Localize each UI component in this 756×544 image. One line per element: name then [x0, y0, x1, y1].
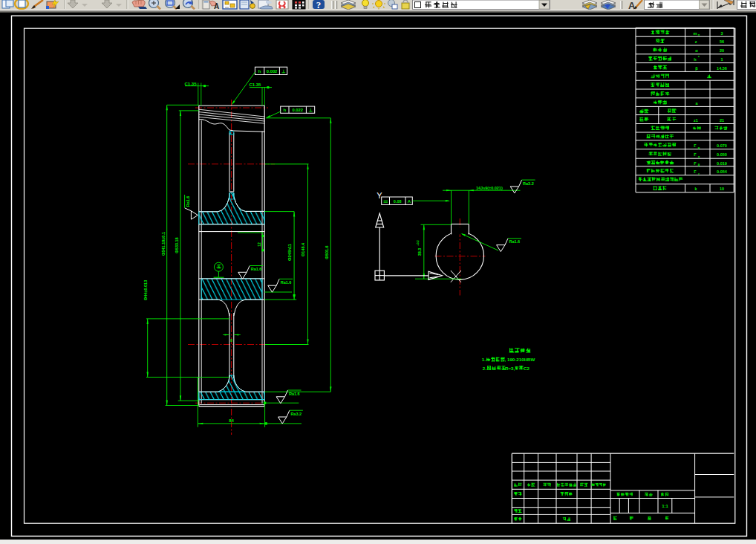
svg-text:R=3,: R=3,: [505, 366, 515, 371]
svg-text:0.08: 0.08: [394, 199, 402, 204]
svg-text:*: *: [698, 56, 700, 59]
svg-text:3: 3: [720, 31, 723, 36]
svg-text:Φ245h11: Φ245h11: [287, 244, 292, 261]
svg-text:0.022: 0.022: [292, 108, 303, 112]
svg-text:F: F: [694, 169, 697, 174]
svg-text:⊥: ⊥: [281, 69, 286, 74]
svg-text:α: α: [695, 48, 698, 53]
svg-text:10: 10: [720, 187, 724, 191]
svg-text:12: 12: [257, 242, 261, 247]
svg-text:21: 21: [720, 118, 724, 123]
svg-text:, 190-210HBW: , 190-210HBW: [505, 357, 535, 362]
svg-text:Φ148.4: Φ148.4: [301, 242, 305, 256]
svg-text:C2: C2: [524, 366, 529, 371]
svg-text:r: r: [698, 172, 700, 175]
svg-text:+0.2: +0.2: [417, 240, 420, 246]
svg-text:?: ?: [316, 0, 322, 10]
svg-text:Φ533.18: Φ533.18: [175, 237, 179, 253]
svg-text:a: a: [695, 101, 698, 106]
svg-text:C1.35: C1.35: [249, 82, 261, 87]
svg-text:z1: z1: [694, 118, 698, 123]
svg-text:Φ44±0.013: Φ44±0.013: [143, 280, 148, 300]
svg-text:1: 1: [720, 57, 723, 62]
svg-text:1.: 1.: [482, 357, 486, 362]
svg-text:8: 8: [230, 339, 232, 343]
svg-text:Y: Y: [377, 191, 382, 200]
svg-text:20: 20: [720, 48, 724, 53]
svg-text:z: z: [695, 39, 697, 44]
svg-text:h: h: [258, 69, 261, 74]
svg-text:Φ501.6: Φ501.6: [325, 245, 329, 259]
svg-text:Ra1.6: Ra1.6: [289, 392, 300, 396]
svg-text:Ra1.6: Ra1.6: [186, 196, 190, 207]
svg-text:38.3: 38.3: [417, 248, 422, 256]
svg-text:h: h: [283, 108, 286, 112]
svg-text:m: m: [694, 31, 697, 36]
svg-text:1:1: 1:1: [662, 504, 668, 508]
svg-text:2.: 2.: [483, 366, 486, 371]
svg-text:A: A: [214, 2, 219, 10]
svg-text:0.002: 0.002: [267, 69, 278, 74]
svg-text:0.019: 0.019: [717, 161, 727, 166]
svg-text:0.054: 0.054: [717, 169, 728, 174]
svg-text:Ra1.6: Ra1.6: [281, 280, 292, 285]
svg-text:Ra1.6: Ra1.6: [251, 267, 262, 271]
svg-text:a: a: [698, 155, 700, 158]
svg-text:0.050: 0.050: [717, 152, 727, 157]
svg-text:56: 56: [720, 39, 724, 44]
svg-text:84: 84: [229, 418, 234, 423]
svg-text:14Js9(±0.021): 14Js9(±0.021): [476, 186, 503, 190]
svg-text:F: F: [694, 143, 697, 148]
svg-text:h: h: [694, 57, 697, 62]
svg-text:n: n: [698, 33, 700, 36]
svg-text:p: p: [698, 146, 700, 149]
svg-text:A: A: [408, 199, 411, 204]
svg-text:⊥: ⊥: [308, 108, 313, 112]
svg-text:0.070: 0.070: [717, 143, 727, 148]
svg-text:Ra3.2: Ra3.2: [290, 412, 302, 416]
svg-text:14.56: 14.56: [717, 66, 727, 71]
svg-text:F: F: [694, 161, 697, 166]
svg-text:Ra1.6: Ra1.6: [509, 239, 521, 244]
svg-text:Φ541.18±0.1: Φ541.18±0.1: [161, 232, 166, 256]
svg-text:F: F: [694, 152, 697, 157]
svg-text:Ra3.2: Ra3.2: [523, 181, 534, 186]
svg-text:k: k: [694, 187, 697, 191]
svg-text:β: β: [695, 66, 698, 71]
